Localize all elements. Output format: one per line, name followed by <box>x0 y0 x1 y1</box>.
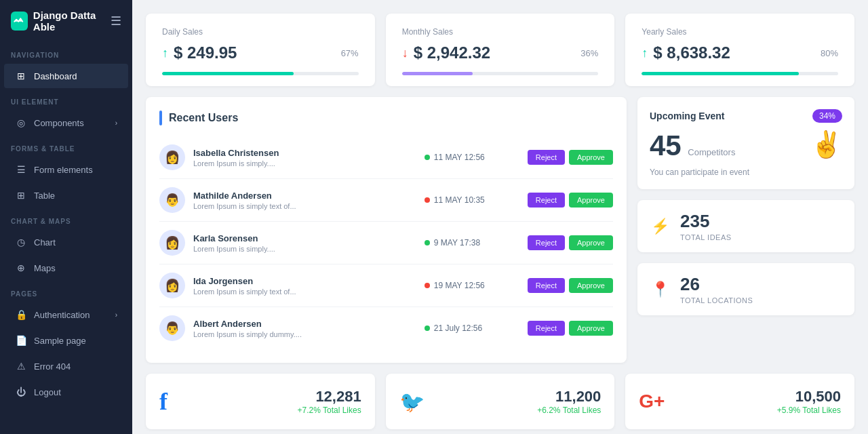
sidebar-label-sample-page: Sample page <box>34 336 117 346</box>
stat-cards-row: Daily Sales ↑ $ 249.95 67% Monthly Sales… <box>146 14 854 86</box>
upcoming-desc: You can participate in event <box>650 167 749 177</box>
table-row: 👨 Albert Andersen Lorem Ipsum is simply … <box>159 307 613 349</box>
reject-button[interactable]: Reject <box>528 321 565 336</box>
total-ideas-label: TOTAL IDEAS <box>680 233 732 241</box>
sidebar-item-chart[interactable]: ◷ Chart <box>4 230 128 254</box>
approve-button[interactable]: Approve <box>569 150 613 165</box>
approve-button[interactable]: Approve <box>569 193 613 208</box>
user-date: 21 July 12:56 <box>425 323 519 333</box>
stat-card-daily: Daily Sales ↑ $ 249.95 67% <box>146 14 375 86</box>
reject-button[interactable]: Reject <box>528 193 565 208</box>
sidebar-toggle[interactable]: ☰ <box>111 14 121 28</box>
sidebar-label-authentication: Authentication <box>34 310 108 320</box>
reject-button[interactable]: Reject <box>528 235 565 250</box>
chart-circle-icon: ◷ <box>15 237 27 248</box>
status-dot <box>425 240 430 245</box>
recent-users-title: Recent Users <box>169 112 238 124</box>
total-ideas-number: 235 <box>680 211 732 232</box>
stat-value-monthly: $ 2,942.32 <box>414 43 490 62</box>
recent-users-header: Recent Users <box>159 111 613 125</box>
user-info: Mathilde Andersen Lorem Ipsum is simply … <box>193 191 416 210</box>
stat-bar-yearly <box>642 72 838 75</box>
sidebar-item-dashboard[interactable]: ⊞ Dashboard <box>4 64 128 88</box>
stat-pct-monthly: 36% <box>580 48 598 58</box>
google-card: G+ 10,500 +5.9% Total Likes <box>625 374 854 429</box>
user-info: Ida Jorgensen Lorem Ipsum is simply text… <box>193 276 416 296</box>
twitter-card: 🐦 11,200 +6.2% Total Likes <box>386 374 615 429</box>
sidebar-item-maps[interactable]: ⊕ Maps <box>4 256 128 280</box>
sidebar-item-components[interactable]: ◎ Components › <box>4 111 128 135</box>
avatar: 👩 <box>159 273 185 298</box>
sidebar-label-form-elements: Form elements <box>34 165 117 175</box>
user-actions: Reject Approve <box>528 150 613 165</box>
status-dot <box>425 326 430 331</box>
approve-button[interactable]: Approve <box>569 321 613 336</box>
sidebar-item-sample-page[interactable]: 📄 Sample page <box>4 328 128 353</box>
twitter-count: 11,200 <box>435 388 601 406</box>
home-icon: ⊞ <box>15 71 27 81</box>
reject-button[interactable]: Reject <box>528 278 565 293</box>
user-actions: Reject Approve <box>528 235 613 250</box>
sidebar-item-table[interactable]: ⊞ Table <box>4 183 128 208</box>
sidebar-section-chart: Chart & Maps <box>0 208 132 229</box>
sidebar-label-dashboard: Dashboard <box>34 71 117 81</box>
user-list: 👩 Isabella Christensen Lorem Ipsum is si… <box>159 136 613 349</box>
twitter-icon: 🐦 <box>399 390 425 414</box>
stat-value-yearly: $ 8,638.32 <box>653 43 730 62</box>
sidebar-brand: Django Datta Able ☰ <box>0 0 132 42</box>
user-info: Karla Sorensen Lorem Ipsum is simply.... <box>193 233 416 253</box>
sidebar-section-ui: UI Element <box>0 89 132 110</box>
status-dot <box>425 155 430 160</box>
circle-icon: ◎ <box>15 117 27 128</box>
sidebar-section-forms: Forms & Table <box>0 136 132 157</box>
brand-name: Django Datta Able <box>33 9 111 33</box>
status-dot <box>425 283 430 288</box>
reject-button[interactable]: Reject <box>528 150 565 165</box>
sidebar-item-logout[interactable]: ⏻ Logout <box>4 380 128 404</box>
avatar: 👩 <box>159 144 185 170</box>
right-panel: Upcoming Event 34% 45 Competitors You ca… <box>637 97 854 363</box>
avatar: 👨 <box>159 187 185 213</box>
middle-row: Recent Users 👩 Isabella Christensen Lore… <box>146 97 854 363</box>
doc-icon: 📄 <box>15 335 27 346</box>
map-icon: ⊕ <box>15 262 27 273</box>
user-date: 19 MAY 12:56 <box>425 281 519 290</box>
approve-button[interactable]: Approve <box>569 235 613 250</box>
sidebar-label-logout: Logout <box>34 387 117 397</box>
stat-pct-daily: 67% <box>341 48 359 58</box>
brand-icon <box>11 12 28 31</box>
sidebar-item-error-404[interactable]: ⚠ Error 404 <box>4 354 128 378</box>
warning-icon: ⚠ <box>15 361 27 372</box>
sidebar: Django Datta Able ☰ Navigation ⊞ Dashboa… <box>0 0 132 434</box>
user-name: Mathilde Andersen <box>193 191 416 201</box>
table-row: 👨 Mathilde Andersen Lorem Ipsum is simpl… <box>159 179 613 222</box>
upcoming-pct-badge: 34% <box>812 109 842 123</box>
upcoming-header: Upcoming Event 34% <box>650 109 842 123</box>
sidebar-section-pages: Pages <box>0 281 132 302</box>
user-name: Isabella Christensen <box>193 148 416 158</box>
user-name: Albert Andersen <box>193 319 416 329</box>
upcoming-competitors: Competitors <box>688 147 735 157</box>
stat-title-monthly: Monthly Sales <box>402 27 599 37</box>
user-name: Ida Jorgensen <box>193 276 416 286</box>
user-info: Isabella Christensen Lorem Ipsum is simp… <box>193 148 416 167</box>
upcoming-number: 45 <box>650 130 682 161</box>
arrow-up-daily: ↑ <box>162 46 168 60</box>
approve-button[interactable]: Approve <box>569 278 613 293</box>
stat-title-yearly: Yearly Sales <box>642 27 838 37</box>
total-ideas-card: ⚡ 235 TOTAL IDEAS <box>637 200 854 252</box>
stat-bar-daily <box>162 72 359 75</box>
facebook-change: +7.2% Total Likes <box>178 406 361 415</box>
user-date: 9 MAY 17:38 <box>425 238 519 248</box>
sidebar-item-authentication[interactable]: 🔒 Authentication › <box>4 302 128 327</box>
facebook-count: 12,281 <box>178 388 361 406</box>
table-row: 👩 Ida Jorgensen Lorem Ipsum is simply te… <box>159 264 613 307</box>
sidebar-item-form-elements[interactable]: ☰ Form elements <box>4 157 128 182</box>
victory-icon: ✌️ <box>810 130 842 159</box>
arrow-down-monthly: ↓ <box>402 46 408 60</box>
stat-card-yearly: Yearly Sales ↑ $ 8,638.32 80% <box>625 14 854 86</box>
twitter-stats: 11,200 +6.2% Total Likes <box>435 388 601 415</box>
stat-bar-fill-monthly <box>402 72 473 75</box>
upcoming-title: Upcoming Event <box>650 111 724 121</box>
total-locations-label: TOTAL LOCATIONS <box>680 296 753 304</box>
